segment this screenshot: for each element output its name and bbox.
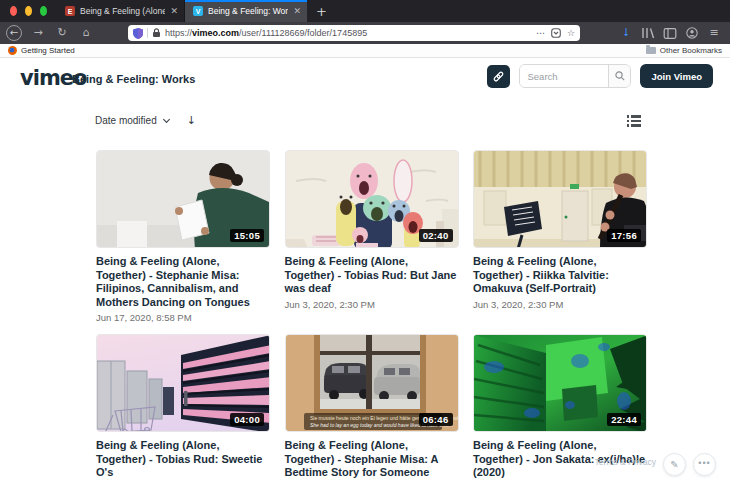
terms-privacy-link[interactable]: Terms & Privacy xyxy=(595,457,656,467)
downloads-icon[interactable]: ⭣ xyxy=(616,25,636,41)
video-title[interactable]: Being & Feeling (Alone, Together) - Riik… xyxy=(473,255,647,296)
browser-tab-bar: E Being & Feeling (Alone, Togeth ✕ V Bei… xyxy=(0,0,730,22)
bookmarks-toolbar: Getting Started Other Bookmarks xyxy=(0,44,730,58)
video-card: 15:05 Being & Feeling (Alone, Together) … xyxy=(96,150,270,323)
browser-navigation-toolbar: ← → ↻ ⌂ https://vimeo.com/user/111128669… xyxy=(0,22,730,44)
duration-badge: 22:44 xyxy=(607,413,641,426)
video-title[interactable]: Being & Feeling (Alone, Together) - Tobi… xyxy=(285,255,459,296)
video-thumbnail[interactable]: 15:05 xyxy=(96,150,270,248)
reload-button[interactable]: ↻ xyxy=(52,25,72,41)
firefox-favicon-icon xyxy=(8,46,17,55)
menu-hamburger-icon[interactable]: ≡ xyxy=(704,25,724,41)
url-path: /user/111128669/folder/1745895 xyxy=(239,28,367,38)
video-thumbnail[interactable]: 04:00 xyxy=(96,334,270,432)
search-box xyxy=(519,64,631,88)
video-title[interactable]: Being & Feeling (Alone, Together) - Step… xyxy=(285,439,459,478)
sort-direction-button[interactable]: ↓ xyxy=(187,114,196,127)
search-submit-button[interactable] xyxy=(608,65,630,87)
pen-icon: ✎ xyxy=(670,459,678,470)
lock-icon xyxy=(152,28,161,38)
ellipsis-icon: ••• xyxy=(698,458,710,468)
share-link-button[interactable] xyxy=(487,65,510,88)
video-thumbnail[interactable]: 17:56 xyxy=(473,150,647,248)
other-bookmarks-button[interactable]: Other Bookmarks xyxy=(660,46,722,55)
video-title[interactable]: Being & Feeling (Alone, Together) - Step… xyxy=(96,255,270,309)
vimeo-favicon-icon: V xyxy=(193,6,203,16)
sort-controls: Date modified ↓ xyxy=(95,114,196,127)
back-button[interactable]: ← xyxy=(6,25,22,41)
feedback-button[interactable]: ✎ xyxy=(663,453,686,476)
video-thumbnail[interactable]: Sie musste heute noch ein Ei legen und h… xyxy=(285,334,459,432)
browser-tab-eflux[interactable]: E Being & Feeling (Alone, Togeth ✕ xyxy=(57,0,185,22)
duration-badge: 15:05 xyxy=(230,229,264,242)
chevron-down-icon[interactable] xyxy=(163,116,170,123)
address-bar[interactable]: https://vimeo.com/user/111128669/folder/… xyxy=(128,25,580,41)
divider xyxy=(147,28,148,38)
close-window-button[interactable] xyxy=(10,6,17,16)
video-grid: 15:05 Being & Feeling (Alone, Together) … xyxy=(96,150,647,478)
video-card: 17:56 Being & Feeling (Alone, Together) … xyxy=(473,150,647,323)
duration-badge: 06:46 xyxy=(419,413,453,426)
video-card: Sie musste heute noch ein Ei legen und h… xyxy=(285,334,459,478)
account-icon[interactable] xyxy=(682,27,702,39)
video-date: Jun 3, 2020, 2:30 PM xyxy=(473,299,647,310)
browser-tab-vimeo-active[interactable]: V Being & Feeling: Works on Vime ✕ xyxy=(185,0,307,22)
pocket-icon[interactable] xyxy=(551,28,561,38)
page-actions-icon[interactable]: ⋯ xyxy=(536,28,545,38)
home-button[interactable]: ⌂ xyxy=(76,25,96,41)
list-view-toggle[interactable] xyxy=(627,115,642,127)
close-tab-icon[interactable]: ✕ xyxy=(293,6,301,16)
duration-badge: 02:40 xyxy=(419,229,453,242)
sidebar-toggle-icon[interactable] xyxy=(660,28,680,39)
join-vimeo-button[interactable]: Join Vimeo xyxy=(640,64,713,88)
library-icon[interactable] xyxy=(638,27,658,39)
search-icon xyxy=(615,71,625,81)
search-input[interactable] xyxy=(520,65,608,87)
tab-title: Being & Feeling (Alone, Togeth xyxy=(80,6,165,16)
page-title: Being & Feeling: Works xyxy=(72,73,195,85)
forward-button[interactable]: → xyxy=(28,25,48,41)
duration-badge: 04:00 xyxy=(230,413,264,426)
video-card: 02:40 Being & Feeling (Alone, Together) … xyxy=(285,150,459,323)
bookmark-star-icon[interactable]: ☆ xyxy=(567,28,575,38)
bookmark-getting-started[interactable]: Getting Started xyxy=(21,46,75,55)
header-controls: Join Vimeo xyxy=(487,64,713,88)
tracking-protection-shield-icon[interactable] xyxy=(133,28,143,39)
sort-dropdown[interactable]: Date modified xyxy=(95,115,157,126)
url-domain: vimeo.com xyxy=(192,28,239,38)
video-date: Jun 17, 2020, 8:58 PM xyxy=(96,312,270,323)
more-options-button[interactable]: ••• xyxy=(693,453,716,476)
eflux-favicon-icon: E xyxy=(65,6,75,16)
video-card: 04:00 Being & Feeling (Alone, Together) … xyxy=(96,334,270,478)
duration-badge: 17:56 xyxy=(607,229,641,242)
video-date: Jun 3, 2020, 2:30 PM xyxy=(285,299,459,310)
macos-window-controls xyxy=(0,0,57,22)
vimeo-folder-page: vimeo Being & Feeling: Works Join Vimeo … xyxy=(0,58,730,478)
close-tab-icon[interactable]: ✕ xyxy=(170,6,178,16)
new-tab-button[interactable]: + xyxy=(307,0,336,22)
video-thumbnail[interactable]: 22:44 xyxy=(473,334,647,432)
video-thumbnail[interactable]: 02:40 xyxy=(285,150,459,248)
url-text: https://vimeo.com/user/111128669/folder/… xyxy=(165,28,532,38)
video-title[interactable]: Being & Feeling (Alone, Together) - Tobi… xyxy=(96,439,270,478)
maximize-window-button[interactable] xyxy=(40,6,47,16)
url-scheme: https:// xyxy=(165,28,192,38)
minimize-window-button[interactable] xyxy=(25,6,32,16)
link-chain-icon xyxy=(492,70,505,83)
tab-title: Being & Feeling: Works on Vime xyxy=(208,6,288,16)
folder-icon xyxy=(646,47,656,54)
